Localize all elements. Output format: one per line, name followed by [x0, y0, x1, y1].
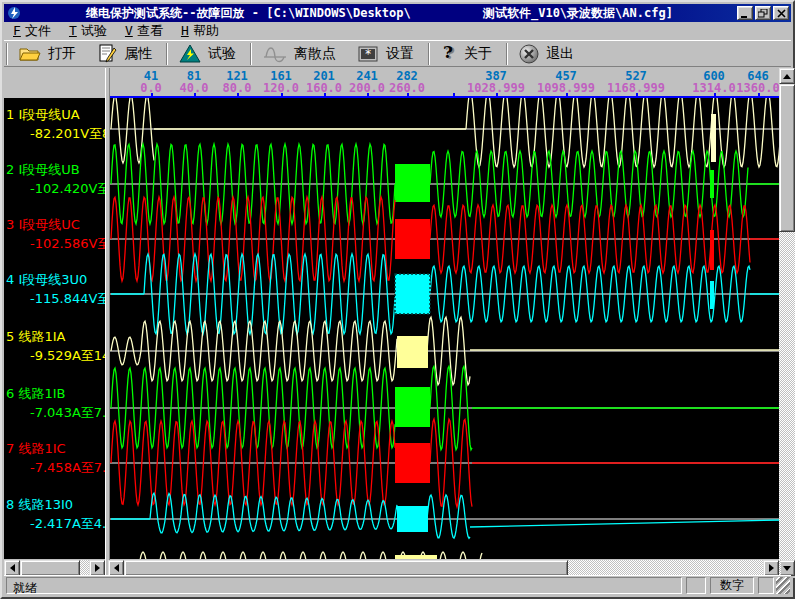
- exit-button-label: 退出: [546, 45, 574, 63]
- settings-button-label: 设置: [386, 45, 414, 63]
- open-button[interactable]: 打开: [10, 42, 88, 66]
- fault-marker-square[interactable]: [395, 219, 430, 259]
- status-pane-blank: [686, 577, 706, 594]
- menu-file-label: 文件: [25, 23, 51, 38]
- channel-range-label: -102.586V至: [30, 235, 105, 253]
- waveform-plot[interactable]: [110, 98, 783, 559]
- channel-label: 2 Ⅰ段母线UB: [6, 161, 80, 179]
- fault-marker-square[interactable]: [395, 274, 430, 314]
- scroll-right-button[interactable]: [763, 560, 779, 576]
- scroll-up-button[interactable]: [779, 68, 795, 84]
- numlock-indicator: 数字: [710, 577, 754, 594]
- fault-marker-square[interactable]: [395, 555, 437, 559]
- minimize-button[interactable]: [737, 6, 753, 20]
- toolbar-separator: [506, 43, 508, 65]
- properties-icon: [97, 44, 117, 64]
- title-bar: 继电保护测试系统--故障回放 - [C:\WINDOWS\Desktop\ 测试…: [4, 4, 791, 22]
- settings-icon: *: [357, 44, 379, 64]
- channel-range-label: -102.420V至: [30, 180, 105, 198]
- svg-text:?: ?: [443, 44, 453, 62]
- waveform-trace-8: [111, 493, 783, 538]
- channel-label: 3 Ⅰ段母线UC: [6, 216, 80, 234]
- channel-label-column: 1 Ⅰ段母线UA-82.201V至82 Ⅰ段母线UB-102.420V至3 Ⅰ段…: [4, 98, 105, 559]
- horizontal-scrollbar-thumb[interactable]: [124, 560, 568, 576]
- label-scroll-right-button[interactable]: [89, 560, 105, 576]
- properties-button-label: 属性: [124, 45, 152, 63]
- cursor-marker-bar[interactable]: [710, 230, 714, 270]
- menu-test-hotkey: T: [69, 23, 77, 38]
- exit-button[interactable]: 退出: [510, 42, 586, 66]
- menu-file[interactable]: F 文件: [4, 21, 60, 42]
- open-folder-icon: [19, 45, 41, 63]
- channel-range-label: -7.043A至7.: [30, 404, 105, 422]
- label-scroll-left-button[interactable]: [4, 560, 20, 576]
- cursor-marker-bar[interactable]: [710, 281, 714, 309]
- channel-range-label: -2.417A至4.: [30, 515, 105, 533]
- channel-range-label: -82.201V至8: [30, 125, 105, 143]
- menu-help-label: 帮助: [193, 23, 219, 38]
- app-window: 继电保护测试系统--故障回放 - [C:\WINDOWS\Desktop\ 测试…: [0, 0, 795, 599]
- vertical-scrollbar-thumb[interactable]: [779, 84, 795, 232]
- client-area: 410.08140.012180.0161120.0201160.0241200…: [4, 68, 795, 578]
- close-button[interactable]: [773, 6, 789, 20]
- channel-label: 7 线路1IC: [6, 440, 66, 458]
- menu-view[interactable]: V 查看: [116, 21, 172, 42]
- menu-test[interactable]: T 试验: [60, 21, 116, 42]
- about-icon: ? ?: [441, 44, 457, 64]
- menu-help[interactable]: H 帮助: [172, 21, 228, 42]
- toolbar-separator: [428, 43, 430, 65]
- channel-label: 5 线路1IA: [6, 328, 65, 346]
- scroll-left-button[interactable]: [108, 560, 124, 576]
- label-scrollbar-thumb[interactable]: [20, 560, 80, 576]
- waveform-svg: [110, 98, 783, 559]
- discrete-points-button[interactable]: 离散点: [254, 42, 348, 66]
- fault-marker-square[interactable]: [395, 387, 430, 427]
- menu-file-hotkey: F: [13, 23, 21, 38]
- about-button-label: 关于: [464, 45, 492, 63]
- channel-label: 6 线路1IB: [6, 385, 65, 403]
- channel-label: 8 线路13I0: [6, 496, 73, 514]
- properties-button[interactable]: 属性: [88, 42, 164, 66]
- cursor-marker-bar[interactable]: [710, 170, 714, 198]
- toolbar: 打开 属性 试验 离散点: [4, 40, 791, 67]
- app-icon: [6, 6, 22, 20]
- menu-bar: F 文件 T 试验 V 查看 H 帮助: [4, 22, 791, 40]
- channel-range-label: -9.529A至14: [30, 347, 105, 365]
- test-button[interactable]: 试验: [170, 42, 248, 66]
- resize-grip[interactable]: [776, 577, 790, 594]
- menu-view-hotkey: V: [125, 23, 133, 38]
- menu-view-label: 查看: [137, 23, 163, 38]
- channel-range-label: -115.844V至: [30, 290, 105, 308]
- toolbar-separator: [250, 43, 252, 65]
- scroll-down-button[interactable]: [779, 560, 795, 576]
- cursor-marker-bar[interactable]: [711, 114, 716, 162]
- menu-test-label: 试验: [81, 23, 107, 38]
- test-icon: [179, 44, 201, 64]
- menu-help-hotkey: H: [181, 23, 189, 38]
- discrete-points-icon: [263, 44, 287, 64]
- svg-text:*: *: [364, 47, 371, 61]
- fault-marker-square[interactable]: [395, 443, 430, 483]
- exit-icon: [519, 44, 539, 64]
- status-bar: 就绪 数字: [4, 575, 791, 595]
- fault-marker-square[interactable]: [397, 336, 428, 368]
- channel-range-label: -7.458A至7.: [30, 459, 105, 477]
- fault-marker-square[interactable]: [397, 506, 428, 532]
- test-button-label: 试验: [208, 45, 236, 63]
- channel-label: 4 Ⅰ段母线3U0: [6, 271, 87, 289]
- settings-button[interactable]: * 设置: [348, 42, 426, 66]
- toolbar-separator: [6, 43, 8, 65]
- toolbar-separator: [166, 43, 168, 65]
- status-message: 就绪: [6, 577, 682, 594]
- time-ruler: 410.08140.012180.0161120.0201160.0241200…: [4, 68, 781, 98]
- window-title: 继电保护测试系统--故障回放 - [C:\WINDOWS\Desktop\ 测试…: [22, 5, 737, 22]
- open-button-label: 打开: [48, 45, 76, 63]
- fault-marker-square[interactable]: [395, 164, 430, 202]
- status-pane-blank: [758, 577, 774, 594]
- about-button[interactable]: ? ? 关于: [432, 42, 504, 66]
- restore-button[interactable]: [755, 6, 771, 20]
- discrete-points-button-label: 离散点: [294, 45, 336, 63]
- channel-label: 1 Ⅰ段母线UA: [6, 106, 80, 124]
